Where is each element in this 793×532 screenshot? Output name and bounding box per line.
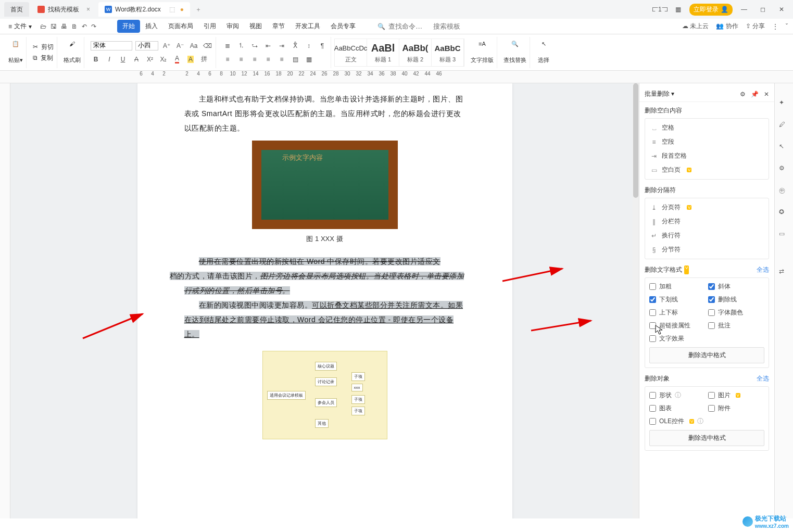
style-h1[interactable]: AaBl标题 1 xyxy=(367,39,399,66)
sort-icon[interactable]: X̊ xyxy=(290,41,300,51)
assistant-icon[interactable]: ✦ xyxy=(779,99,789,109)
increase-indent-icon[interactable]: ⇥ xyxy=(276,41,287,51)
opt-empty-para[interactable]: ≡空段 xyxy=(645,135,769,149)
adjust-icon[interactable]: ⚙ xyxy=(779,164,789,175)
image-caption[interactable]: 图 1 XXX 摄 xyxy=(184,234,465,244)
horizontal-ruler[interactable]: 6 42 246 81012 141618 202224 262830 3234… xyxy=(0,71,793,83)
font-size-combo[interactable] xyxy=(135,41,158,50)
chk-bold[interactable]: 加粗 xyxy=(649,282,706,291)
delete-objects-button[interactable]: 删除选中格式 xyxy=(649,430,764,446)
cut-button[interactable]: ✂剪切 xyxy=(33,43,54,52)
text-layout-button[interactable]: ≡A文字排版 xyxy=(471,41,494,64)
maximize-button[interactable]: ◻ xyxy=(756,6,770,13)
change-case-icon[interactable]: Aa xyxy=(188,41,199,51)
superscript-button[interactable]: X² xyxy=(145,54,155,65)
redo-icon[interactable]: ↷ xyxy=(91,23,96,30)
chk-underline[interactable]: 下划线 xyxy=(649,295,706,304)
minimize-button[interactable]: — xyxy=(737,6,751,13)
border-icon[interactable]: ▦ xyxy=(304,54,314,65)
vertical-ruler[interactable] xyxy=(0,83,10,518)
chk-supsub[interactable]: 上下标 xyxy=(649,308,706,317)
decrease-indent-icon[interactable]: ⇤ xyxy=(263,41,273,51)
shading-icon[interactable]: ▤ xyxy=(290,54,300,65)
opt-pagebreak[interactable]: ⤓分页符V xyxy=(645,200,769,214)
paragraph-selected[interactable]: 使用在需要位置出现的新按钮在 Word 中保存时间。若要更改图片适应文 档的方式… xyxy=(184,254,465,298)
style-gallery[interactable]: AaBbCcDc正文 AaBl标题 1 AaBb(标题 2 AaBbC标题 3 xyxy=(334,39,464,67)
font-color-button[interactable]: A xyxy=(172,54,182,65)
pinyin-button[interactable]: 拼 xyxy=(199,54,209,65)
pointer-icon[interactable]: ↖ xyxy=(779,143,789,153)
vertical-scrollbar[interactable] xyxy=(633,83,639,518)
document-canvas[interactable]: 主题和样式也有助于文档保持协调。当您单击设计并选择新的主题时，图片、图表或 Sm… xyxy=(10,83,639,518)
ribbon-tab-references[interactable]: 引用 xyxy=(198,20,221,33)
save-icon[interactable]: 🖫 xyxy=(51,23,57,30)
align-justify-icon[interactable]: ≡ xyxy=(263,54,273,65)
delete-format-button[interactable]: 删除选中格式 xyxy=(649,347,764,363)
chk-italic[interactable]: 斜体 xyxy=(708,282,765,291)
strike-button[interactable]: A xyxy=(131,54,142,65)
chk-shape[interactable]: 形状ⓘ xyxy=(649,391,706,400)
style-normal[interactable]: AaBbCcDc正文 xyxy=(335,39,367,66)
bullets-icon[interactable]: ≣ xyxy=(222,41,233,51)
paragraph-selected-2[interactable]: 在新的阅读视图中阅读更加容易。可以折叠文档某些部分并关注所需文本。如果在达到结尾… xyxy=(184,298,465,341)
align-left-icon[interactable]: ≡ xyxy=(222,54,233,65)
format-painter-button[interactable]: 🖌格式刷 xyxy=(64,41,81,64)
opt-space[interactable]: ⎵空格 xyxy=(645,121,769,135)
font-family-combo[interactable] xyxy=(91,41,132,50)
distribute-icon[interactable]: ≡ xyxy=(276,54,287,65)
clear-format-icon[interactable]: ⌫ xyxy=(202,41,212,51)
settings-icon[interactable]: ⚙ xyxy=(740,91,746,98)
new-tab-button[interactable]: ＋ xyxy=(192,5,205,14)
line-spacing-icon[interactable]: ↕ xyxy=(304,41,314,51)
compass-icon[interactable]: ✪ xyxy=(779,208,789,219)
paragraph[interactable]: 主题和样式也有助于文档保持协调。当您单击设计并选择新的主题时，图片、图表或 Sm… xyxy=(184,92,465,135)
template-search-input[interactable] xyxy=(433,22,475,30)
preview-icon[interactable]: 🗎 xyxy=(71,23,78,30)
opt-blank-page[interactable]: ▭空白页V xyxy=(645,163,769,177)
file-menu[interactable]: ≡ 文件 ▾ xyxy=(5,22,35,31)
shrink-font-icon[interactable]: A⁻ xyxy=(175,41,185,51)
grid-icon[interactable]: ▦ xyxy=(671,6,685,13)
align-right-icon[interactable]: ≡ xyxy=(249,54,260,65)
style-h2[interactable]: AaBb(标题 2 xyxy=(399,39,432,66)
select-button[interactable]: ↖选择 xyxy=(536,41,551,64)
italic-button[interactable]: I xyxy=(104,54,115,65)
ribbon-tab-layout[interactable]: 页面布局 xyxy=(163,20,198,33)
chk-chart[interactable]: 图表 xyxy=(649,404,706,413)
multilevel-icon[interactable]: ⮑ xyxy=(249,41,260,51)
open-icon[interactable]: 🗁 xyxy=(40,23,46,30)
show-marks-icon[interactable]: ¶ xyxy=(317,41,328,51)
grow-font-icon[interactable]: A⁺ xyxy=(161,41,172,51)
ribbon-tab-review[interactable]: 审阅 xyxy=(221,20,244,33)
tab-document[interactable]: W Word教程2.docx ⬚ ● xyxy=(98,2,190,17)
translate-icon[interactable]: ㊥ xyxy=(779,186,789,197)
undo-icon[interactable]: ↶ xyxy=(82,23,87,30)
underline-button[interactable]: U xyxy=(118,54,128,65)
subscript-button[interactable]: X₂ xyxy=(158,54,169,65)
share-button[interactable]: ⇪ 分享 xyxy=(746,22,765,31)
select-all-link-2[interactable]: 全选 xyxy=(757,374,769,383)
chk-attach[interactable]: 附件 xyxy=(708,404,765,413)
close-panel-icon[interactable]: ✕ xyxy=(764,91,769,98)
embedded-image-chalkboard[interactable]: 示例文字内容 xyxy=(252,141,398,229)
opt-secbreak[interactable]: §分节符 xyxy=(645,243,769,257)
chk-effect[interactable]: 文字效果 xyxy=(649,334,764,343)
opt-colbreak[interactable]: ‖分栏符 xyxy=(645,214,769,229)
bold-button[interactable]: B xyxy=(91,54,101,65)
scrollbar-thumb[interactable] xyxy=(633,83,638,198)
close-icon[interactable]: × xyxy=(86,6,90,13)
cloud-status[interactable]: ☁ 未上云 xyxy=(682,22,709,31)
chk-comment[interactable]: 批注 xyxy=(708,321,765,330)
login-button[interactable]: 立即登录👤 xyxy=(689,4,733,16)
align-center-icon[interactable]: ≡ xyxy=(236,54,246,65)
command-search-input[interactable] xyxy=(388,22,430,30)
ribbon-tab-insert[interactable]: 插入 xyxy=(140,20,163,33)
highlight-button[interactable]: A xyxy=(185,54,196,65)
ribbon-tab-view[interactable]: 视图 xyxy=(244,20,267,33)
opt-linebreak[interactable]: ↵换行符 xyxy=(645,229,769,243)
find-replace-button[interactable]: 🔍查找替换 xyxy=(504,41,526,64)
print-icon[interactable]: 🖶 xyxy=(61,23,67,30)
ribbon-tab-devtools[interactable]: 开发工具 xyxy=(290,20,325,33)
embedded-image-mindmap[interactable]: 通用会议记录模板 核心议题 讨论记录 参会人员 其他 子项 xxx 子项 子项 xyxy=(262,351,387,439)
copy-button[interactable]: ⧉复制 xyxy=(33,54,54,62)
